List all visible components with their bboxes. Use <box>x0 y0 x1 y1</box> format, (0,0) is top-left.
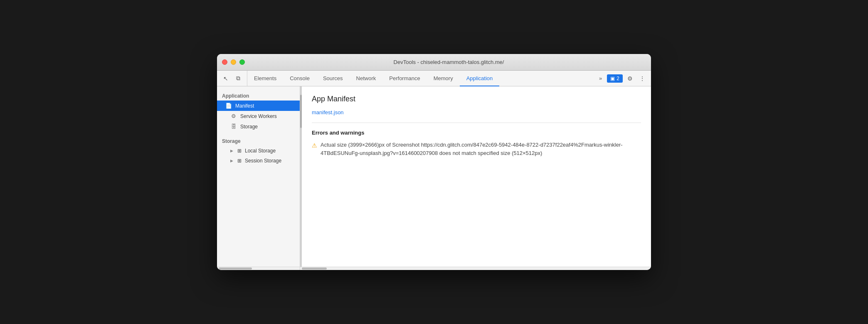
sidebar-scrollbar[interactable] <box>300 86 302 267</box>
sidebar: Application 📄 Manifest ⚙ Service Workers… <box>217 86 300 267</box>
warning-message: ⚠ Actual size (3999×2666)px of Screensho… <box>312 141 641 157</box>
sidebar-item-storage[interactable]: 🗄 Storage <box>217 121 300 132</box>
bottom-scrollbar-area <box>217 267 651 270</box>
manifest-icon: 📄 <box>225 103 232 109</box>
session-storage-grid-icon: ⊞ <box>237 158 242 164</box>
service-workers-icon: ⚙ <box>230 113 237 119</box>
gear-icon: ⚙ <box>627 75 633 82</box>
page-title: App Manifest <box>312 95 641 103</box>
tab-bar: Elements Console Sources Network Perform… <box>247 71 592 86</box>
sidebar-item-local-storage[interactable]: ▶ ⊞ Local Storage <box>217 146 300 156</box>
tab-sources[interactable]: Sources <box>316 71 350 86</box>
tab-memory[interactable]: Memory <box>427 71 460 86</box>
layers-icon[interactable]: ⧉ <box>233 73 244 84</box>
application-section-header: Application <box>217 90 300 101</box>
content-bottom-scroll[interactable] <box>300 267 651 270</box>
tab-application[interactable]: Application <box>460 71 500 86</box>
tab-console[interactable]: Console <box>283 71 316 86</box>
settings-button[interactable]: ⚙ <box>624 73 635 84</box>
close-button[interactable] <box>222 59 227 65</box>
more-tabs-button[interactable]: » <box>596 75 605 81</box>
dots-icon: ⋮ <box>639 75 645 82</box>
titlebar: DevTools - chiseled-mammoth-talos.glitch… <box>217 54 651 71</box>
sidebar-item-session-storage[interactable]: ▶ ⊞ Session Storage <box>217 156 300 166</box>
content-area: App Manifest manifest.json Errors and wa… <box>302 86 651 267</box>
more-options-button[interactable]: ⋮ <box>637 73 648 84</box>
sidebar-scroll-thumb[interactable] <box>219 268 252 270</box>
window-title: DevTools - chiseled-mammoth-talos.glitch… <box>252 59 646 65</box>
manifest-json-link[interactable]: manifest.json <box>312 109 344 115</box>
warning-icon: ⚠ <box>312 141 317 150</box>
tab-elements[interactable]: Elements <box>247 71 283 86</box>
sidebar-bottom-scroll[interactable] <box>217 267 300 270</box>
devtools-window: DevTools - chiseled-mammoth-talos.glitch… <box>217 54 651 270</box>
main-area: Application 📄 Manifest ⚙ Service Workers… <box>217 86 651 267</box>
minimize-button[interactable] <box>231 59 236 65</box>
errors-section-title: Errors and warnings <box>312 130 641 136</box>
storage-icon: 🗄 <box>230 123 237 130</box>
section-divider <box>312 123 641 123</box>
expand-session-storage-icon[interactable]: ▶ <box>230 159 233 163</box>
sidebar-item-service-workers[interactable]: ⚙ Service Workers <box>217 111 300 121</box>
messages-badge-button[interactable]: ▣ 2 <box>607 74 623 83</box>
message-icon: ▣ <box>610 76 615 81</box>
toolbar-left-icons: ↖ ⧉ <box>217 71 247 86</box>
storage-section-header: Storage <box>217 135 300 146</box>
toolbar: ↖ ⧉ Elements Console Sources Network Per… <box>217 71 651 86</box>
cursor-icon[interactable]: ↖ <box>220 73 231 84</box>
local-storage-grid-icon: ⊞ <box>237 148 242 154</box>
warning-text: Actual size (3999×2666)px of Screenshot … <box>321 141 641 157</box>
sidebar-scrollbar-thumb[interactable] <box>300 95 302 128</box>
toolbar-right: » ▣ 2 ⚙ ⋮ <box>592 71 651 86</box>
traffic-lights <box>222 59 245 65</box>
maximize-button[interactable] <box>239 59 245 65</box>
tab-performance[interactable]: Performance <box>382 71 427 86</box>
content-scroll-thumb[interactable] <box>302 268 327 270</box>
sidebar-item-manifest[interactable]: 📄 Manifest <box>217 101 300 111</box>
tab-network[interactable]: Network <box>350 71 383 86</box>
expand-local-storage-icon[interactable]: ▶ <box>230 149 233 153</box>
